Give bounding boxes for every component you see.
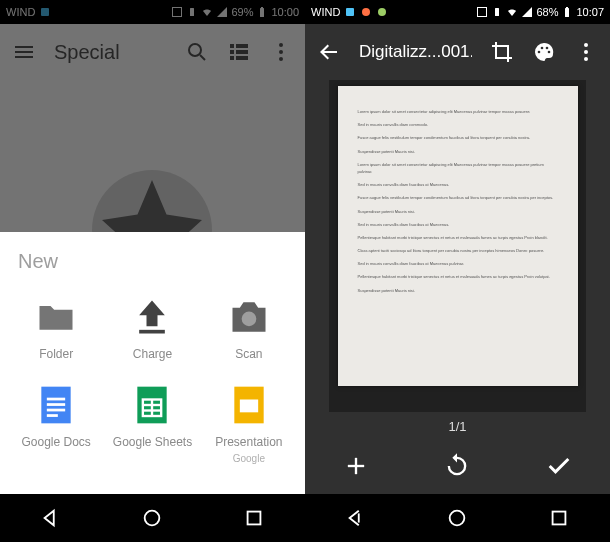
- nfc-icon: [476, 6, 488, 18]
- battery-pct: 69%: [231, 6, 253, 18]
- settings-quick-icon: [39, 6, 51, 18]
- svg-rect-8: [230, 50, 234, 54]
- svg-rect-10: [230, 56, 234, 60]
- svg-point-33: [378, 8, 386, 16]
- battery-icon: [256, 6, 268, 18]
- nav-recent[interactable]: [243, 507, 265, 529]
- vibrate-icon: [186, 6, 198, 18]
- svg-rect-9: [236, 50, 248, 54]
- add-page-button[interactable]: [342, 452, 370, 480]
- svg-rect-11: [236, 56, 248, 60]
- svg-rect-30: [248, 512, 261, 525]
- signal-icon: [216, 6, 228, 18]
- app-badge-icon: [344, 6, 356, 18]
- slides-icon: [227, 383, 271, 427]
- palette-button[interactable]: [532, 40, 556, 64]
- clock: 10:07: [576, 6, 604, 18]
- page-title: Special: [54, 41, 167, 64]
- new-google-sheets[interactable]: Google Sheets: [106, 375, 198, 472]
- sheet-title: New: [18, 250, 295, 273]
- nav-recent[interactable]: [548, 507, 570, 529]
- svg-rect-37: [566, 7, 568, 8]
- back-button[interactable]: [317, 40, 341, 64]
- vibrate-icon: [491, 6, 503, 18]
- svg-point-32: [362, 8, 370, 16]
- svg-rect-4: [261, 7, 263, 8]
- menu-button[interactable]: [12, 40, 36, 64]
- upload-icon: [130, 295, 174, 339]
- svg-rect-20: [47, 409, 65, 412]
- nfc-icon: [171, 6, 183, 18]
- nav-home[interactable]: [446, 507, 468, 529]
- battery-icon: [561, 6, 573, 18]
- svg-rect-47: [553, 512, 566, 525]
- page-indicator: 1/1: [305, 419, 610, 434]
- document-preview[interactable]: Lorem ipsum dolor sit amet consectetur a…: [329, 80, 586, 412]
- overflow-button[interactable]: [269, 40, 293, 64]
- clock: 10:00: [271, 6, 299, 18]
- carrier-label: WIND: [311, 6, 340, 18]
- svg-point-40: [546, 47, 549, 50]
- svg-point-39: [541, 47, 544, 50]
- status-bar: WIND 68% 10:07: [305, 0, 610, 24]
- svg-point-16: [241, 312, 256, 327]
- new-folder[interactable]: Folder: [10, 287, 102, 369]
- app-badge-icon-3: [376, 6, 388, 18]
- svg-rect-34: [478, 8, 487, 17]
- svg-rect-7: [236, 44, 248, 48]
- search-button[interactable]: [185, 40, 209, 64]
- nav-home[interactable]: [141, 507, 163, 529]
- svg-point-43: [584, 50, 588, 54]
- svg-point-5: [189, 44, 201, 56]
- wifi-icon: [201, 6, 213, 18]
- status-bar: WIND 69% 10:00: [0, 0, 305, 24]
- view-list-button[interactable]: [227, 40, 251, 64]
- nav-back[interactable]: [40, 507, 62, 529]
- svg-point-12: [279, 43, 283, 47]
- svg-rect-6: [230, 44, 234, 48]
- svg-rect-21: [47, 414, 58, 417]
- new-upload[interactable]: Charge: [106, 287, 198, 369]
- app-bar: Special: [0, 24, 305, 80]
- new-bottom-sheet: New Folder Charge Scan Google Docs Googl…: [0, 232, 305, 494]
- sheets-icon: [130, 383, 174, 427]
- svg-rect-19: [47, 403, 65, 406]
- svg-point-46: [450, 511, 465, 526]
- svg-rect-2: [190, 8, 194, 16]
- new-scan[interactable]: Scan: [203, 287, 295, 369]
- svg-point-38: [538, 51, 541, 54]
- svg-point-41: [548, 51, 551, 54]
- svg-rect-18: [47, 398, 65, 401]
- svg-point-42: [584, 43, 588, 47]
- svg-point-29: [145, 511, 160, 526]
- app-badge-icon-2: [360, 6, 372, 18]
- svg-point-13: [279, 50, 283, 54]
- folder-icon: [34, 295, 78, 339]
- signal-icon: [521, 6, 533, 18]
- done-button[interactable]: [545, 452, 573, 480]
- overflow-button[interactable]: [574, 40, 598, 64]
- nav-bar: [0, 494, 305, 542]
- docs-icon: [34, 383, 78, 427]
- svg-rect-36: [565, 8, 569, 17]
- document-title: Digitalizz...001.PDF: [359, 42, 472, 62]
- new-google-slides[interactable]: Presentation Google: [203, 375, 295, 472]
- nav-back[interactable]: [345, 507, 367, 529]
- scanned-page: Lorem ipsum dolor sit amet consectetur a…: [338, 86, 578, 386]
- svg-rect-1: [173, 8, 182, 17]
- svg-rect-35: [495, 8, 499, 16]
- svg-rect-28: [240, 400, 258, 413]
- battery-pct: 68%: [536, 6, 558, 18]
- retake-button[interactable]: [443, 452, 471, 480]
- crop-button[interactable]: [490, 40, 514, 64]
- svg-point-14: [279, 57, 283, 61]
- new-google-docs[interactable]: Google Docs: [10, 375, 102, 472]
- action-bar: [305, 438, 610, 494]
- nav-bar: [305, 494, 610, 542]
- carrier-label: WIND: [6, 6, 35, 18]
- svg-rect-15: [140, 330, 166, 334]
- svg-rect-31: [346, 8, 354, 16]
- app-bar: Digitalizz...001.PDF: [305, 24, 610, 80]
- svg-rect-3: [260, 8, 264, 17]
- camera-icon: [227, 295, 271, 339]
